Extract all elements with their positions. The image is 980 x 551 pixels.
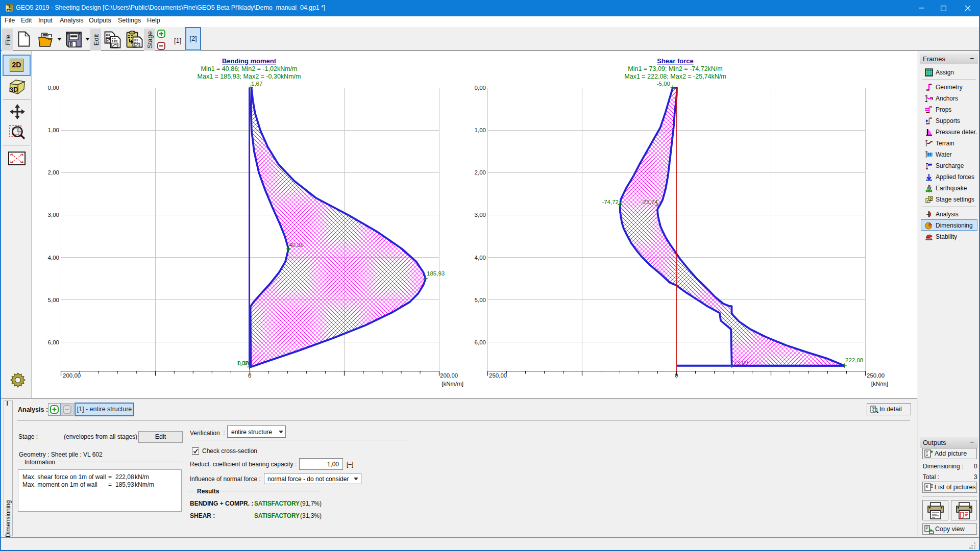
svg-text:1,00: 1,00 — [475, 127, 486, 133]
svg-text:-5,00: -5,00 — [657, 81, 670, 87]
svg-text:200,00: 200,00 — [63, 372, 81, 379]
svg-text:[kN/m]: [kN/m] — [871, 381, 888, 387]
svg-text:5,00: 5,00 — [48, 297, 59, 303]
svg-text:3D: 3D — [9, 85, 18, 93]
svg-text:0: 0 — [248, 372, 251, 379]
svg-text:250,00: 250,00 — [489, 372, 507, 379]
svg-text:Min1 = 73,09; Min2 = -74,72kN/: Min1 = 73,09; Min2 = -74,72kN/m — [628, 65, 723, 72]
svg-text:-0,30: -0,30 — [236, 360, 249, 366]
svg-text:0: 0 — [675, 372, 678, 379]
svg-text:4,00: 4,00 — [48, 255, 59, 261]
svg-text:200,00: 200,00 — [440, 372, 458, 379]
svg-text:Bending moment: Bending moment — [222, 57, 277, 65]
svg-text:0,00: 0,00 — [48, 85, 59, 91]
svg-text:250,00: 250,00 — [867, 372, 885, 379]
svg-text:0,00: 0,00 — [475, 85, 486, 91]
svg-text:3,00: 3,00 — [475, 212, 486, 218]
svg-text:1,67: 1,67 — [251, 81, 262, 87]
svg-text:Max1 = 185,93; Max2 = -0,30kNm: Max1 = 185,93; Max2 = -0,30kNm/m — [198, 73, 301, 80]
svg-text:2: 2 — [929, 196, 932, 202]
svg-text:Min1 = 40,86; Min2 = -1,02kNm/: Min1 = 40,86; Min2 = -1,02kNm/m — [201, 65, 298, 72]
svg-text:3,00: 3,00 — [48, 212, 59, 218]
svg-text:1: 1 — [926, 199, 929, 204]
svg-text:[kNm/m]: [kNm/m] — [442, 381, 463, 387]
svg-text:222,08: 222,08 — [845, 357, 863, 363]
svg-text:5,00: 5,00 — [475, 297, 486, 303]
svg-text:Shear force: Shear force — [657, 57, 694, 65]
svg-text:Max1 = 222,08; Max2 = -25,74kN: Max1 = 222,08; Max2 = -25,74kN/m — [624, 73, 726, 80]
svg-text:1,00: 1,00 — [48, 127, 59, 133]
svg-text:-74,72: -74,72 — [602, 199, 619, 205]
svg-text:6,00: 6,00 — [48, 339, 59, 345]
svg-text:2,00: 2,00 — [475, 169, 486, 176]
svg-text:6,00: 6,00 — [475, 339, 486, 345]
svg-text:185,93: 185,93 — [427, 270, 445, 277]
svg-text:2,00: 2,00 — [48, 169, 59, 176]
svg-text:4,00: 4,00 — [475, 255, 486, 261]
